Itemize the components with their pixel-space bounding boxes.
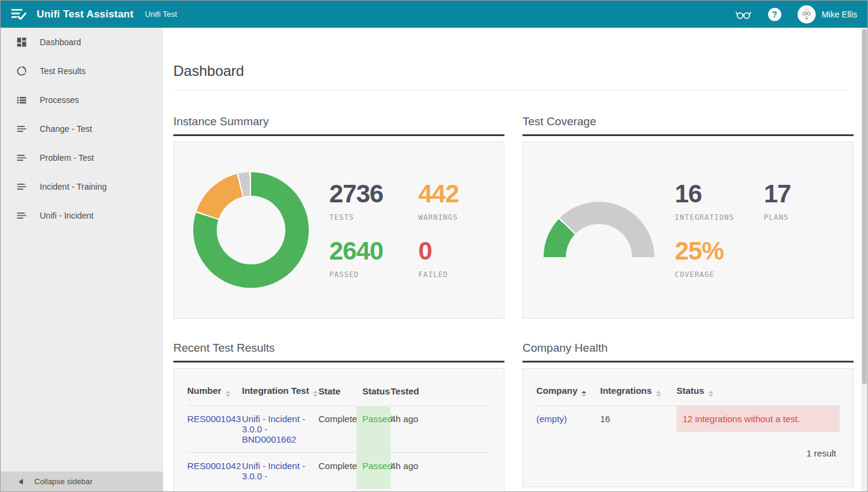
sort-icon [656, 391, 661, 397]
sidebar-item-unifi-incident[interactable]: Unifi - Incident [1, 201, 163, 230]
integration-test-link[interactable]: Unifi - Incident - 3.0.0 - BND0001662 [242, 414, 305, 444]
app-title: Unifi Test Assistant [37, 8, 134, 20]
sidebar-item-label: Incident - Training [40, 182, 107, 192]
test-coverage-title: Test Coverage [522, 115, 854, 136]
recent-results-section: Recent Test Results Number Integration T… [173, 341, 504, 491]
tests-value: 2736 [329, 181, 418, 207]
dashboard-icon [16, 36, 28, 48]
passed-label: PASSED [329, 270, 418, 279]
integrations-value: 16 [675, 181, 764, 207]
help-icon[interactable]: ? [768, 8, 781, 21]
sidebar-item-label: Test Results [40, 66, 85, 76]
cell-state: Complete [318, 406, 356, 453]
sidebar-item-processes[interactable]: Processes [1, 86, 163, 114]
warnings-label: WARNINGS [418, 213, 507, 222]
collapse-arrow-icon [19, 479, 23, 485]
col-tested[interactable]: Tested [391, 382, 491, 406]
user-name[interactable]: Mike Ellis [822, 10, 857, 19]
sidebar-item-label: Change - Test [40, 124, 92, 134]
sidebar-item-problem-test[interactable]: Problem - Test [1, 143, 163, 172]
stat-warnings: 442 WARNINGS [418, 181, 507, 222]
sidebar-item-label: Processes [40, 95, 79, 105]
menu-check-icon[interactable] [11, 8, 28, 21]
scrollbar-thumb[interactable] [862, 29, 867, 384]
pie-chart-icon [16, 65, 28, 77]
stat-failed: 0 FAILED [418, 238, 507, 279]
cell-company: (empty) [536, 406, 600, 432]
result-number-link[interactable]: RES0001042 [187, 461, 241, 471]
lines-icon [16, 152, 28, 164]
sidebar-item-test-results[interactable]: Test Results [1, 57, 163, 86]
stat-tests: 2736 TESTS [329, 181, 418, 222]
title-divider [173, 90, 846, 90]
cell-integrations: 16 [600, 406, 677, 432]
sidebar-item-incident-training[interactable]: Incident - Training [1, 172, 163, 201]
plans-label: PLANS [764, 213, 853, 222]
recent-results-table: Number Integration Test State Status Tes… [187, 382, 491, 489]
sidebar-item-label: Unifi - Incident [40, 211, 93, 220]
app-subtitle: Unifi Test [145, 10, 177, 19]
table-row: RES0001043 Unifi - Incident - 3.0.0 - BN… [187, 406, 491, 453]
result-number-link[interactable]: RES0001043 [187, 414, 241, 424]
cell-status: Passed [356, 453, 391, 490]
failed-label: FAILED [418, 270, 507, 279]
cell-tested: 4h ago [391, 453, 491, 490]
col-company[interactable]: Company [536, 382, 600, 406]
col-status[interactable]: Status [356, 382, 391, 406]
sidebar-item-label: Problem - Test [40, 153, 94, 163]
test-coverage-stats: 16 INTEGRATIONS 17 PLANS 25% COVERAGE [675, 181, 853, 279]
table-row: RES0001042 Unifi - Incident - 3.0.0 - Co… [187, 453, 491, 490]
app-window: Unifi Test Assistant Unifi Test ? [0, 0, 868, 492]
tests-donut-chart [193, 172, 309, 288]
lines-icon [16, 181, 28, 193]
sidebar-item-dashboard[interactable]: Dashboard [1, 28, 163, 57]
sort-icon [313, 391, 318, 397]
page-title: Dashboard [173, 63, 846, 79]
warnings-value: 442 [418, 181, 507, 207]
collapse-sidebar-button[interactable]: Collapse sidebar [1, 472, 163, 491]
tests-label: TESTS [329, 213, 418, 222]
integrations-label: INTEGRATIONS [675, 213, 764, 222]
col-status[interactable]: Status [677, 382, 840, 406]
cell-tested: 4h ago [391, 406, 491, 453]
sort-icon [708, 391, 713, 397]
col-number[interactable]: Number [187, 382, 242, 406]
test-coverage-card: 16 INTEGRATIONS 17 PLANS 25% COVERAGE [522, 142, 854, 319]
company-link[interactable]: (empty) [536, 414, 567, 424]
cell-state: Complete [318, 453, 356, 490]
recent-results-card: Number Integration Test State Status Tes… [173, 368, 504, 491]
sort-icon [226, 391, 231, 397]
stat-plans: 17 PLANS [764, 181, 853, 222]
instance-summary-card: 2736 TESTS 442 WARNINGS 2640 PASSED 0 [173, 142, 504, 319]
integration-test-link[interactable]: Unifi - Incident - 3.0.0 - [242, 461, 305, 481]
company-health-card: Company Integrations Status (empty) 16 1… [522, 368, 854, 487]
col-integration-test[interactable]: Integration Test [242, 382, 318, 406]
cell-number: RES0001042 [187, 453, 242, 490]
recent-results-title: Recent Test Results [173, 341, 504, 363]
col-integrations[interactable]: Integrations [600, 382, 677, 406]
collapse-label: Collapse sidebar [34, 477, 93, 486]
list-icon [16, 94, 28, 106]
col-state[interactable]: State [318, 382, 356, 406]
coverage-gauge-chart [544, 202, 654, 259]
sidebar: Dashboard Test Results Processes Change … [1, 28, 163, 491]
instance-summary-stats: 2736 TESTS 442 WARNINGS 2640 PASSED 0 [329, 181, 507, 279]
stat-integrations: 16 INTEGRATIONS [675, 181, 764, 222]
lines-icon [16, 123, 28, 135]
topbar-actions: ? Mike Ellis [735, 5, 857, 23]
glasses-icon[interactable] [735, 8, 752, 20]
company-health-title: Company Health [522, 341, 854, 363]
table-row: (empty) 16 12 integrations without a tes… [536, 406, 840, 432]
stat-coverage: 25% COVERAGE [675, 238, 764, 279]
cell-integration-test: Unifi - Incident - 3.0.0 - BND0001662 [242, 406, 318, 453]
instance-summary-section: Instance Summary 2736 TESTS 442 WARNINGS [173, 115, 504, 319]
topbar: Unifi Test Assistant Unifi Test ? [1, 1, 867, 28]
sidebar-item-change-test[interactable]: Change - Test [1, 114, 163, 143]
avatar[interactable] [798, 5, 816, 23]
lines-icon [16, 210, 28, 222]
donut-hole [217, 196, 285, 264]
main-content: Dashboard Instance Summary 2736 TESTS [163, 28, 861, 491]
passed-value: 2640 [329, 238, 418, 264]
vertical-scrollbar[interactable] [861, 28, 867, 491]
dashboard-grid: Instance Summary 2736 TESTS 442 WARNINGS [173, 115, 846, 491]
